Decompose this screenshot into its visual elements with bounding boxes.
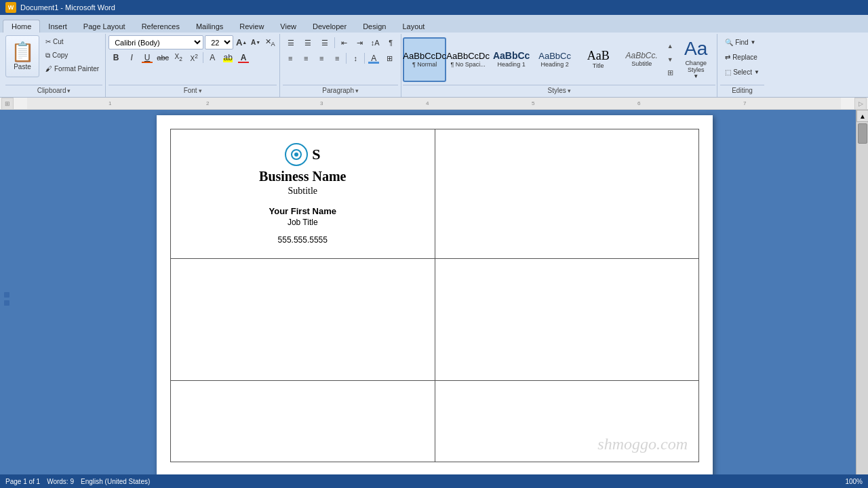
cut-button[interactable]: ✂ Cut <box>42 35 102 48</box>
tab-references[interactable]: References <box>134 20 188 33</box>
tab-insert[interactable]: Insert <box>40 20 75 33</box>
card-subtitle: Subtitle <box>191 186 414 197</box>
styles-more[interactable]: ⊞ <box>665 66 675 80</box>
underline-button[interactable]: U <box>140 50 155 65</box>
italic-button[interactable]: I <box>124 50 139 65</box>
tab-pagelayout[interactable]: Page Layout <box>75 20 134 33</box>
bullets-button[interactable]: ☰ <box>283 35 299 50</box>
font-family-select[interactable]: Calibri (Body) <box>108 35 203 49</box>
decrease-indent-icon: ⇤ <box>341 39 347 47</box>
word-count: Words: 9 <box>47 478 74 485</box>
change-styles-dropdown-icon: ▼ <box>693 73 698 79</box>
clipboard-expand-icon[interactable]: ▾ <box>67 87 71 94</box>
select-icon: ⬚ <box>725 68 731 76</box>
style-normal-preview: AaBbCcDc <box>403 52 446 60</box>
styles-scroll-up[interactable]: ▲ <box>665 39 675 53</box>
strikethrough-button[interactable]: abc <box>155 50 170 65</box>
align-left-button[interactable]: ≡ <box>283 51 298 66</box>
text-effect-button[interactable]: A <box>205 50 220 65</box>
ruler-right-btn[interactable]: ▷ <box>854 98 867 110</box>
borders-button[interactable]: ⊞ <box>382 51 397 66</box>
superscript-icon: X2 <box>190 53 197 62</box>
tab-view[interactable]: View <box>272 20 304 33</box>
style-heading2[interactable]: AaBbCc Heading 2 <box>533 37 576 82</box>
format-painter-button[interactable]: 🖌 Format Painter <box>42 62 102 75</box>
clear-format-icon: ✕A <box>265 37 275 47</box>
line-spacing-button[interactable]: ↕ <box>348 51 363 66</box>
style-nospacing-preview: AaBbCcDc <box>446 52 490 60</box>
tab-review[interactable]: Review <box>231 20 272 33</box>
shading-button[interactable]: A <box>366 51 381 66</box>
align-center-button[interactable]: ≡ <box>298 51 313 66</box>
style-nospacing[interactable]: AaBbCcDc ¶ No Spaci... <box>446 37 490 82</box>
select-button[interactable]: ⬚ Select ▼ <box>720 65 764 79</box>
bold-button[interactable]: B <box>108 50 123 65</box>
justify-button[interactable]: ≡ <box>330 51 344 66</box>
card-cell-topleft: S Business Name Subtitle Your First Name… <box>171 129 435 259</box>
clear-format-button[interactable]: ✕A <box>263 36 277 49</box>
tab-design[interactable]: Design <box>355 20 394 33</box>
font-size-select[interactable]: 22 <box>205 35 233 49</box>
increase-indent-icon: ⇥ <box>357 39 363 47</box>
multilevel-icon: ☰ <box>321 39 328 47</box>
decrease-indent-button[interactable]: ⇤ <box>336 35 351 50</box>
show-marks-button[interactable]: ¶ <box>383 35 398 50</box>
scroll-track[interactable] <box>856 122 868 476</box>
superscript-button[interactable]: X2 <box>186 50 201 65</box>
tab-mailings[interactable]: Mailings <box>188 20 231 33</box>
copy-button[interactable]: ⧉ Copy <box>42 49 102 62</box>
page-count: Page 1 of 1 <box>5 478 40 485</box>
tab-home[interactable]: Home <box>3 20 40 33</box>
style-heading1[interactable]: AaBbCc Heading 1 <box>490 37 533 82</box>
left-marker-2[interactable] <box>4 300 9 306</box>
multilevel-list-button[interactable]: ☰ <box>317 35 333 50</box>
align-center-icon: ≡ <box>304 54 308 62</box>
watermark: shmoggo.com <box>597 435 688 453</box>
increase-indent-button[interactable]: ⇥ <box>352 35 367 50</box>
style-subtitle-preview: AaBbCc. <box>625 52 657 60</box>
highlight-color-button[interactable]: ab <box>220 50 235 65</box>
strikethrough-icon: abc <box>157 54 169 62</box>
paste-icon: 📋 <box>11 43 35 62</box>
style-nospacing-label: ¶ No Spaci... <box>450 61 485 68</box>
tab-layout[interactable]: Layout <box>394 20 433 33</box>
font-expand-icon[interactable]: ▾ <box>199 87 202 94</box>
sort-button[interactable]: ↕A <box>368 35 382 50</box>
decrease-font-size-button[interactable]: A▼ <box>249 36 262 49</box>
font-color-button[interactable]: A <box>236 50 251 65</box>
clipboard-group-label: Clipboard <box>37 87 66 94</box>
numbering-button[interactable]: ☰ <box>300 35 316 50</box>
replace-icon: ⇄ <box>725 54 730 61</box>
subscript-icon: X2 <box>174 53 182 62</box>
paragraph-expand-icon[interactable]: ▾ <box>355 87 359 94</box>
paste-button[interactable]: 📋 Paste <box>5 35 39 77</box>
align-right-icon: ≡ <box>319 54 323 62</box>
doc-area: S Business Name Subtitle Your First Name… <box>14 110 856 488</box>
text-effect-icon: A <box>210 53 215 62</box>
card-job-title: Job Title <box>191 218 414 227</box>
ruler-left-btn[interactable]: ⊞ <box>1 98 14 110</box>
right-scrollbar: ▲ ▼ <box>856 110 868 488</box>
card-cell-bottomright: shmoggo.com <box>435 381 699 462</box>
scroll-up-button[interactable]: ▲ <box>856 110 868 122</box>
find-button[interactable]: 🔍 Find ▼ <box>720 35 760 49</box>
increase-font-size-button[interactable]: A▲ <box>235 36 248 49</box>
tab-developer[interactable]: Developer <box>304 20 355 33</box>
styles-scroll-down[interactable]: ▼ <box>665 53 675 66</box>
style-normal[interactable]: AaBbCcDc ¶ Normal <box>403 37 446 82</box>
bullets-icon: ☰ <box>288 39 294 47</box>
style-title[interactable]: AaB Title <box>576 37 620 82</box>
sort-icon: ↕A <box>371 39 380 47</box>
align-right-button[interactable]: ≡ <box>314 51 329 66</box>
change-styles-label: ChangeStyles <box>685 60 707 73</box>
cut-icon: ✂ <box>45 38 51 45</box>
paragraph-group: ☰ ☰ ☰ ⇤ ⇥ ↕A ¶ <box>280 34 401 97</box>
style-subtitle[interactable]: AaBbCc. Subtitle <box>620 37 663 82</box>
styles-expand-icon[interactable]: ▾ <box>568 87 571 94</box>
subscript-button[interactable]: X2 <box>171 50 186 65</box>
change-styles-button[interactable]: Aa ChangeStyles ▼ <box>676 37 715 83</box>
left-marker-1[interactable] <box>4 292 9 298</box>
replace-button[interactable]: ⇄ Replace <box>720 50 762 64</box>
view-mode: 100% <box>845 478 863 485</box>
font-color-bar <box>238 62 249 63</box>
